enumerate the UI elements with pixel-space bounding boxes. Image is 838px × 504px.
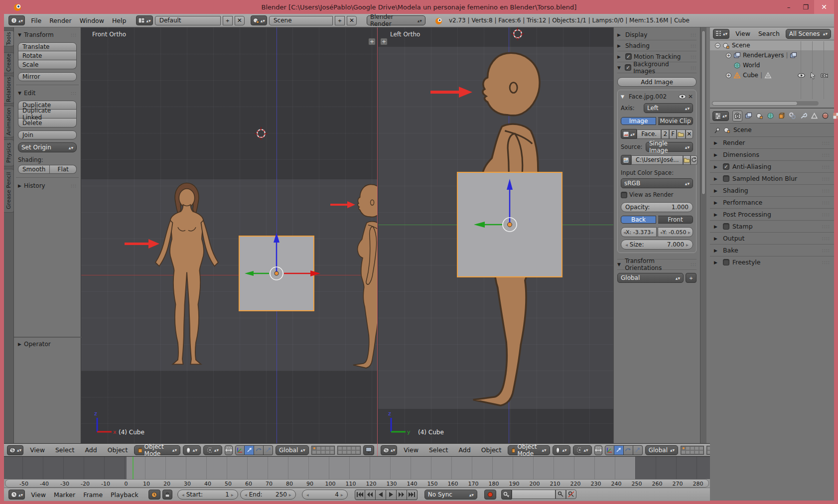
panel-post-processing[interactable]: ▶Post Processing:::: xyxy=(710,208,834,220)
menu-search[interactable]: Search xyxy=(754,30,784,37)
front-layers-group1[interactable] xyxy=(311,446,335,455)
current-frame-indicator[interactable] xyxy=(133,457,134,479)
panel-bake[interactable]: ▶Bake:::: xyxy=(710,244,834,256)
transform-orientations-header[interactable]: ▼ Transform Orientations::: xyxy=(617,259,697,270)
front-manipulator-toggle[interactable] xyxy=(225,445,233,455)
unlink-image-button[interactable]: ✕ xyxy=(686,129,693,139)
front-menu-view[interactable]: View xyxy=(26,446,49,454)
pin-icon[interactable] xyxy=(714,127,720,133)
expand-icon[interactable]: + xyxy=(726,73,731,78)
transform-manipulator[interactable] xyxy=(227,212,326,301)
edit-panel-header[interactable]: ▼ Edit::: xyxy=(18,89,77,98)
transform-panel-header[interactable]: ▼ Transform::: xyxy=(18,30,77,39)
left-menu-object[interactable]: Object xyxy=(477,446,506,454)
source-dropdown[interactable]: Single Image▲▼ xyxy=(646,142,693,152)
front-menu-add[interactable]: Add xyxy=(81,446,101,454)
menu-window[interactable]: Window xyxy=(76,17,108,24)
menu-playback[interactable]: Playback xyxy=(107,491,142,499)
screen-layout-icon-button[interactable]: ▲▼ xyxy=(136,15,152,25)
reload-image-button[interactable] xyxy=(691,155,698,165)
panel-output[interactable]: ▶Output:::: xyxy=(710,232,834,244)
manipulator-scale-button[interactable] xyxy=(264,445,273,455)
manipulator-axes-button[interactable] xyxy=(235,445,245,455)
properties-editor-type-button[interactable]: ▲▼ xyxy=(712,111,729,121)
menu-help[interactable]: Help xyxy=(108,17,131,24)
panel-shading[interactable]: ▶Shading:::: xyxy=(710,184,834,196)
add-orientation-button[interactable]: ＋ xyxy=(686,273,697,283)
transform-manipulator[interactable] xyxy=(460,163,559,252)
menu-frame[interactable]: Frame xyxy=(79,491,107,499)
tab-tools[interactable]: Tools xyxy=(4,30,14,46)
front-button[interactable]: Front xyxy=(658,216,693,224)
panel-checkbox[interactable] xyxy=(723,223,729,230)
sidebar-panel-display[interactable]: ▶Display::: xyxy=(617,29,697,40)
delete-keyframe-button[interactable] xyxy=(566,490,576,499)
properties-tab-scene[interactable] xyxy=(754,111,764,122)
scenes-filter-dropdown[interactable]: All Scenes▲▼ xyxy=(786,29,831,39)
keying-set-icon-button[interactable] xyxy=(501,490,512,500)
front-layers-group2[interactable] xyxy=(337,446,361,455)
left-menu-select[interactable]: Select xyxy=(425,446,452,454)
previous-keyframe-button[interactable] xyxy=(365,490,376,500)
translate-button[interactable]: Translate xyxy=(18,42,77,51)
tab-grease-pencil[interactable]: Grease Pencil xyxy=(4,169,14,213)
properties-tab-data[interactable] xyxy=(809,111,819,122)
timeline-ruler[interactable]: -50-40-30-20-100102030405060708090100110… xyxy=(5,479,709,488)
menu-view[interactable]: View xyxy=(27,491,50,499)
eye-icon[interactable] xyxy=(679,94,686,100)
properties-tab-render[interactable] xyxy=(732,111,742,122)
left-viewport[interactable]: Left Ortho + z y (4) Cube xyxy=(378,27,613,443)
left-pivot-dropdown[interactable]: ▲▼ xyxy=(573,445,592,455)
eye-toggle-icon[interactable] xyxy=(798,72,805,79)
image-tab[interactable]: Image xyxy=(621,117,656,125)
jump-to-end-button[interactable] xyxy=(407,490,418,500)
image-datablock-icon-button[interactable]: ▲▼ xyxy=(621,129,637,139)
sidebar-scrollbar[interactable] xyxy=(700,27,706,443)
cursor-toggle-icon[interactable] xyxy=(809,72,817,79)
play-reverse-button[interactable] xyxy=(376,490,386,500)
left-menu-add[interactable]: Add xyxy=(454,446,474,454)
front-menu-select[interactable]: Select xyxy=(51,446,79,454)
view-as-render-checkbox[interactable] xyxy=(621,192,627,198)
panel-checkbox[interactable] xyxy=(625,53,632,60)
axis-dropdown[interactable]: Left▲▼ xyxy=(644,103,693,113)
sidebar-panel-shading[interactable]: ▶Shading::: xyxy=(617,40,697,51)
manipulator-axes-button[interactable] xyxy=(605,445,614,455)
play-button[interactable] xyxy=(386,490,397,500)
sidebar-panel-background-images[interactable]: ▼Background Images::: xyxy=(617,62,697,73)
tab-animation[interactable]: Animation xyxy=(4,106,14,137)
panel-checkbox[interactable] xyxy=(625,64,631,71)
duplicate-linked-button[interactable]: Duplicate Linked xyxy=(18,110,77,119)
front-orientation-dropdown[interactable]: Global▲▼ xyxy=(276,445,309,455)
maximize-button[interactable]: ❐ xyxy=(797,0,814,14)
end-frame-field[interactable]: ◂ End:250 ▸ xyxy=(240,490,296,500)
smooth-button[interactable]: Smooth xyxy=(18,165,50,174)
image-name-field[interactable]: Face. xyxy=(637,129,661,139)
insert-keyframe-button[interactable] xyxy=(556,490,566,499)
left-layers-group2[interactable] xyxy=(706,446,710,455)
open-sidebar-plus-button[interactable]: + xyxy=(368,38,376,45)
browse-file-button[interactable] xyxy=(683,155,691,165)
front-mode-dropdown[interactable]: Object Mode▲▼ xyxy=(134,445,180,455)
timeline-editor-type-button[interactable]: ▲▼ xyxy=(8,490,25,500)
scene-icon-button[interactable]: ▲▼ xyxy=(251,15,267,25)
sync-mode-dropdown[interactable]: No Sync▲▼ xyxy=(424,490,477,500)
current-frame-field[interactable]: ◂4 ▸ xyxy=(302,490,348,500)
time-indicator-button[interactable] xyxy=(148,490,160,500)
manipulator-scale-button[interactable] xyxy=(633,445,643,455)
properties-tab-world[interactable] xyxy=(765,111,775,122)
set-origin-dropdown[interactable]: Set Origin▲▼ xyxy=(18,142,77,152)
left-layers-group1[interactable] xyxy=(681,446,704,455)
users-count-button[interactable]: 2 xyxy=(661,129,669,139)
panel-stamp[interactable]: ▶Stamp:::: xyxy=(710,220,834,232)
next-keyframe-button[interactable] xyxy=(397,490,407,500)
panel-render[interactable]: ▶Render:::: xyxy=(710,136,834,148)
panel-dimensions[interactable]: ▶Dimensions:::: xyxy=(710,148,834,160)
scene-field[interactable]: Scene xyxy=(269,16,333,25)
jump-to-start-button[interactable] xyxy=(355,490,365,500)
open-toolshelf-plus-button[interactable]: + xyxy=(380,38,388,45)
delete-layout-button[interactable]: ✕ xyxy=(235,16,245,25)
outliner-row-renderlayers[interactable]: +RenderLayers| xyxy=(710,50,834,60)
camera-toggle-icon[interactable] xyxy=(821,72,828,79)
left-orientation-dropdown[interactable]: Global▲▼ xyxy=(645,445,679,455)
